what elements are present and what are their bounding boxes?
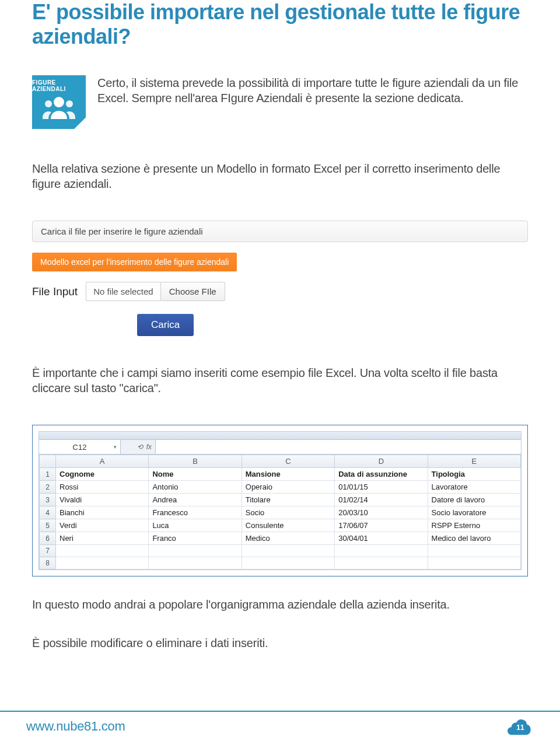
intro-paragraph: Certo, il sistema prevede la possibilità… bbox=[97, 75, 528, 129]
excel-cell[interactable]: Mansione bbox=[242, 468, 334, 481]
excel-cell[interactable]: RSPP Esterno bbox=[428, 519, 520, 532]
choose-file-button[interactable]: Choose FIle bbox=[160, 282, 225, 301]
excel-cell[interactable]: Consulente bbox=[242, 519, 334, 532]
excel-cell[interactable] bbox=[428, 557, 520, 569]
excel-cell[interactable]: Lavoratore bbox=[428, 481, 520, 494]
excel-cell[interactable]: 30/04/01 bbox=[335, 532, 428, 545]
excel-col-header[interactable]: A bbox=[56, 455, 149, 468]
excel-cell[interactable] bbox=[242, 545, 334, 557]
excel-formula-bar[interactable] bbox=[156, 440, 521, 454]
excel-screenshot: C12 ⟲fx ABCDE1CognomeNomeMansioneData di… bbox=[32, 425, 528, 576]
file-input-label: File Input bbox=[32, 285, 78, 298]
excel-col-header[interactable]: B bbox=[149, 455, 242, 468]
page-number: 11 bbox=[507, 723, 534, 732]
footer-url: www.nube81.com bbox=[26, 719, 125, 734]
excel-name-box[interactable]: C12 bbox=[39, 440, 121, 454]
excel-cell[interactable]: 17/06/07 bbox=[335, 519, 428, 532]
excel-fx-icon[interactable]: ⟲fx bbox=[121, 440, 156, 454]
excel-corner[interactable] bbox=[40, 455, 56, 468]
excel-cell[interactable]: Cognome bbox=[56, 468, 149, 481]
excel-cell[interactable] bbox=[335, 545, 428, 557]
page-number-badge: 11 bbox=[507, 716, 534, 736]
excel-cell[interactable]: Socio lavoratore bbox=[428, 506, 520, 519]
svg-point-2 bbox=[66, 100, 73, 107]
upload-panel: Carica il file per inserire le figure az… bbox=[32, 221, 528, 336]
paragraph-2: Nella relativa sezione è presente un Mod… bbox=[32, 161, 528, 191]
excel-cell[interactable]: Nome bbox=[149, 468, 242, 481]
excel-row-header[interactable]: 3 bbox=[40, 494, 56, 506]
page-footer: www.nube81.com 11 bbox=[0, 711, 560, 741]
excel-cell[interactable]: Medico bbox=[242, 532, 334, 545]
excel-cell[interactable]: Titolare bbox=[242, 494, 334, 506]
svg-point-1 bbox=[45, 100, 52, 107]
excel-cell[interactable]: Operaio bbox=[242, 481, 334, 494]
excel-cell[interactable]: Verdi bbox=[56, 519, 149, 532]
excel-cell[interactable]: Medico del lavoro bbox=[428, 532, 520, 545]
excel-cell[interactable]: Luca bbox=[149, 519, 242, 532]
excel-cell[interactable] bbox=[56, 545, 149, 557]
svg-point-0 bbox=[54, 97, 64, 107]
excel-cell[interactable]: 01/01/15 bbox=[335, 481, 428, 494]
download-template-button[interactable]: Modello excel per l'inserimento delle fi… bbox=[32, 253, 237, 271]
excel-cell[interactable]: Andrea bbox=[149, 494, 242, 506]
file-selected-display: No file selected bbox=[86, 282, 161, 301]
paragraph-3: È importante che i campi siamo inseriti … bbox=[32, 365, 528, 396]
page-title: E' possibile importare nel gestionale tu… bbox=[32, 0, 528, 49]
excel-cell[interactable]: Data di assunzione bbox=[335, 468, 428, 481]
excel-cell[interactable]: Bianchi bbox=[56, 506, 149, 519]
excel-col-header[interactable]: C bbox=[242, 455, 334, 468]
figure-aziendali-tile: FIGURE AZIENDALI bbox=[32, 75, 86, 129]
excel-row-header[interactable]: 4 bbox=[40, 506, 56, 519]
excel-cell[interactable]: Neri bbox=[56, 532, 149, 545]
paragraph-5: È possibile modificare o eliminare i dat… bbox=[32, 635, 528, 651]
people-icon bbox=[41, 95, 76, 123]
excel-row-header[interactable]: 6 bbox=[40, 532, 56, 545]
excel-cell[interactable] bbox=[242, 557, 334, 569]
excel-cell[interactable] bbox=[149, 557, 242, 569]
excel-cell[interactable]: Datore di lavoro bbox=[428, 494, 520, 506]
excel-row-header[interactable]: 5 bbox=[40, 519, 56, 532]
excel-cell[interactable]: 20/03/10 bbox=[335, 506, 428, 519]
excel-col-header[interactable]: D bbox=[335, 455, 428, 468]
excel-cell[interactable]: Franco bbox=[149, 532, 242, 545]
excel-cell[interactable] bbox=[56, 557, 149, 569]
excel-cell[interactable] bbox=[149, 545, 242, 557]
excel-cell[interactable]: Vivaldi bbox=[56, 494, 149, 506]
excel-row-header[interactable]: 7 bbox=[40, 545, 56, 557]
excel-cell[interactable]: Rossi bbox=[56, 481, 149, 494]
excel-cell[interactable] bbox=[428, 545, 520, 557]
excel-cell[interactable]: Francesco bbox=[149, 506, 242, 519]
excel-cell[interactable]: Socio bbox=[242, 506, 334, 519]
excel-row-header[interactable]: 2 bbox=[40, 481, 56, 494]
excel-row-header[interactable]: 1 bbox=[40, 468, 56, 481]
tile-label: FIGURE AZIENDALI bbox=[32, 79, 86, 92]
excel-cell[interactable]: Tipologia bbox=[428, 468, 520, 481]
excel-cell[interactable]: Antonio bbox=[149, 481, 242, 494]
paragraph-4: In questo modo andrai a popolare l'organ… bbox=[32, 597, 528, 612]
upload-submit-button[interactable]: Carica bbox=[137, 314, 194, 336]
excel-cell[interactable] bbox=[335, 557, 428, 569]
excel-cell[interactable]: 01/02/14 bbox=[335, 494, 428, 506]
excel-row-header[interactable]: 8 bbox=[40, 557, 56, 569]
panel-header: Carica il file per inserire le figure az… bbox=[32, 221, 528, 242]
excel-col-header[interactable]: E bbox=[428, 455, 520, 468]
excel-grid: ABCDE1CognomeNomeMansioneData di assunzi… bbox=[38, 455, 522, 570]
excel-ribbon-edge bbox=[38, 431, 522, 439]
